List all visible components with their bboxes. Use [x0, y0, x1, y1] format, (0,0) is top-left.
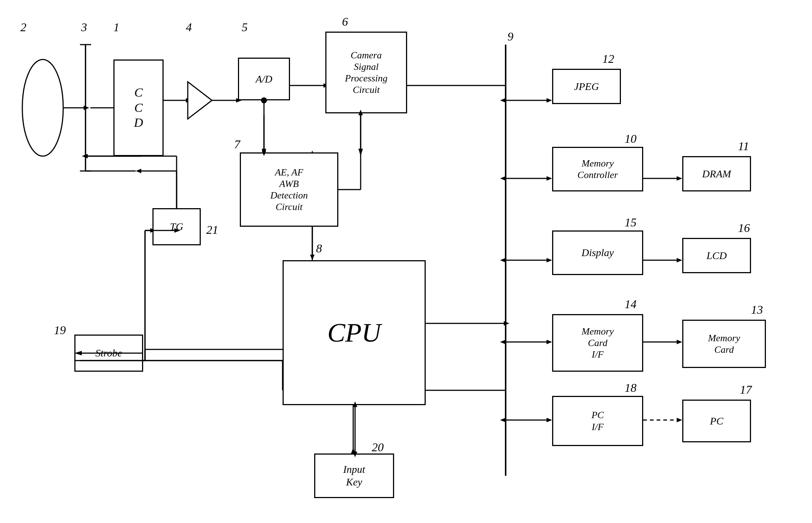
svg-marker-10	[188, 82, 212, 119]
svg-marker-59	[547, 418, 552, 422]
svg-marker-65	[500, 340, 506, 344]
label-6: 6	[342, 15, 348, 29]
svg-marker-63	[500, 176, 506, 181]
tg-box: TG	[152, 208, 201, 245]
label-16: 16	[738, 221, 750, 235]
camera-signal-box: CameraSignalProcessingCircuit	[325, 32, 407, 113]
label-1: 1	[113, 20, 119, 34]
lcd-box: LCD	[682, 238, 751, 273]
label-11: 11	[738, 139, 749, 153]
label-21: 21	[206, 223, 218, 237]
strobe-box: Strobe	[74, 335, 143, 372]
svg-marker-9	[186, 98, 193, 103]
memory-card-if-box: MemoryCardI/F	[552, 314, 643, 372]
svg-marker-61	[677, 418, 682, 422]
svg-marker-36	[136, 169, 141, 173]
label-7: 7	[234, 138, 240, 151]
label-12: 12	[602, 52, 614, 66]
label-14: 14	[625, 297, 637, 311]
display-box: Display	[552, 230, 643, 275]
svg-marker-54	[547, 340, 552, 344]
svg-point-0	[22, 59, 63, 156]
label-2: 2	[20, 20, 26, 34]
label-9: 9	[508, 30, 513, 43]
memory-controller-box: MemoryController	[552, 147, 643, 191]
adc-box: A/D	[238, 58, 290, 100]
svg-marker-66	[500, 418, 506, 422]
svg-marker-20	[310, 255, 315, 260]
label-19: 19	[54, 323, 66, 337]
svg-marker-62	[500, 98, 506, 103]
label-18: 18	[625, 381, 637, 395]
svg-marker-18	[358, 149, 363, 156]
ccd-box: CCD	[113, 59, 164, 156]
jpeg-box: JPEG	[552, 69, 621, 104]
diagram: 2 3 CCD 1 4 A/D 5 CameraSignalProcessing…	[0, 0, 812, 523]
dram-box: DRAM	[682, 156, 751, 191]
label-17: 17	[740, 383, 752, 397]
label-5: 5	[242, 20, 248, 34]
memory-card-box: MemoryCard	[682, 320, 766, 368]
label-15: 15	[625, 216, 637, 229]
label-13: 13	[751, 303, 763, 317]
svg-marker-5	[84, 106, 89, 110]
svg-marker-52	[677, 258, 682, 262]
label-10: 10	[625, 132, 637, 146]
svg-marker-77	[82, 154, 88, 158]
svg-marker-42	[547, 98, 552, 103]
cpu-box: CPU	[283, 260, 426, 405]
label-8: 8	[316, 242, 322, 255]
svg-marker-44	[547, 176, 552, 181]
label-20: 20	[372, 440, 384, 454]
svg-marker-57	[677, 340, 682, 344]
svg-marker-49	[547, 258, 552, 262]
svg-marker-40	[351, 448, 355, 453]
input-key-box: InputKey	[314, 453, 394, 498]
pc-if-box: PCI/F	[552, 396, 643, 446]
label-3: 3	[81, 20, 87, 34]
ae-af-awb-box: AE, AFAWBDetectionCircuit	[240, 152, 338, 227]
svg-marker-47	[677, 176, 682, 181]
pc-box: PC	[682, 400, 751, 442]
svg-marker-64	[500, 258, 506, 262]
svg-marker-27	[504, 321, 509, 326]
label-4: 4	[186, 20, 192, 34]
